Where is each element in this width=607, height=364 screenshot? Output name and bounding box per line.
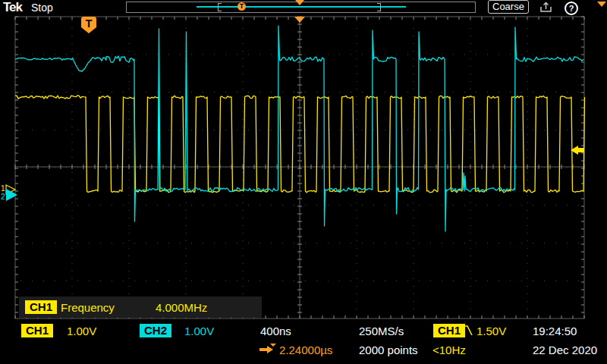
ch1-badge[interactable]: CH1 bbox=[21, 324, 53, 337]
ch1-ground-label: 1 bbox=[1, 184, 5, 193]
trigger-source-badge[interactable]: CH1 bbox=[433, 324, 465, 337]
falling-edge-icon bbox=[463, 324, 475, 337]
timebase-readout: 400ns bbox=[260, 325, 291, 337]
sample-rate-readout: 250MS/s bbox=[359, 325, 404, 337]
ch2-badge[interactable]: CH2 bbox=[140, 324, 171, 337]
ch2-ground-label: 2 bbox=[1, 193, 5, 201]
trigger-level-readout: 1.50V bbox=[476, 325, 506, 337]
measurement-value: 4.000MHz bbox=[156, 301, 207, 314]
ch2-ground-marker-icon bbox=[6, 189, 17, 201]
trigger-frequency-readout: <10Hz bbox=[432, 344, 466, 356]
delay-arrow-icon bbox=[258, 343, 278, 355]
clock-time: 19:24:50 bbox=[533, 325, 577, 337]
ch2-scale: 1.00V bbox=[184, 325, 214, 337]
measurement-box: CH1 Frequency 4.000MHz bbox=[19, 297, 262, 318]
record-length-readout: 2000 points bbox=[359, 344, 418, 356]
measurement-source-badge: CH1 bbox=[25, 300, 57, 314]
trigger-time-marker-icon bbox=[294, 17, 305, 23]
clock-date: 22 Dec 2020 bbox=[533, 344, 597, 356]
delay-readout: 2.24000µs bbox=[279, 344, 332, 356]
oscilloscope-screen: Tek Stop T Coarse ? 1 2 T CH1 Frequency … bbox=[0, 0, 607, 364]
ch1-scale: 1.00V bbox=[67, 325, 96, 337]
measurement-label: Frequency bbox=[61, 301, 115, 314]
